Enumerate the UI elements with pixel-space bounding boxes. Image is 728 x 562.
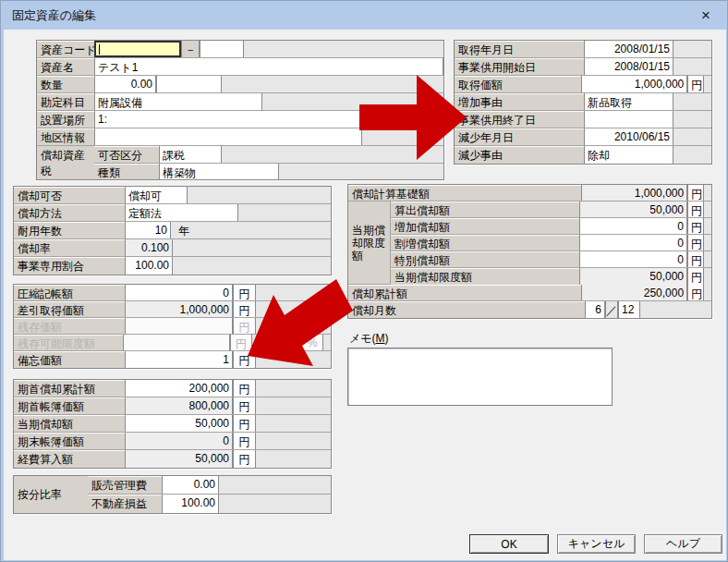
help-button[interactable]: ヘルプ bbox=[644, 534, 722, 554]
residual-limit-label: 残存可能限度額 bbox=[14, 335, 123, 350]
asset-tax-label: 償却資産税 bbox=[37, 146, 94, 180]
quantity-unit-input[interactable] bbox=[156, 76, 222, 92]
district-input[interactable] bbox=[94, 128, 362, 145]
increased-dep-input[interactable]: 0 bbox=[579, 218, 687, 234]
decrease-reason-label: 減少事由 bbox=[455, 146, 584, 164]
current-dep-label: 当期償却額 bbox=[14, 415, 125, 432]
expense-amount-label: 経費算入額 bbox=[14, 450, 125, 468]
residual-limit-field bbox=[123, 335, 229, 350]
row-service-end-date: 事業供用終了日 bbox=[455, 111, 711, 128]
location-label: 設置場所 bbox=[37, 111, 94, 128]
quantity-label: 数量 bbox=[37, 76, 94, 92]
row-location: 設置場所 1: bbox=[37, 111, 443, 128]
row-calculated-dep: 算出償却額 50,000 円 bbox=[391, 202, 711, 218]
memorandum-value-label: 備忘価額 bbox=[14, 351, 125, 368]
service-start-input[interactable]: 2008/01/15 bbox=[584, 58, 673, 75]
tax-type-input[interactable]: 構築物 bbox=[159, 164, 279, 180]
end-book-value-field: 0 bbox=[125, 433, 233, 449]
accum-dep-value: 250,000 bbox=[581, 285, 687, 300]
special-dep-unit: 円 bbox=[687, 251, 704, 267]
depreciable-label: 償却可否 bbox=[14, 187, 125, 203]
service-start-label: 事業供用開始日 bbox=[455, 58, 584, 75]
row-tax-class: 可否区分 課税 bbox=[94, 146, 443, 164]
row-asset-code: 資産コード － bbox=[37, 41, 443, 58]
realestate-pl-input[interactable]: 100.00 bbox=[162, 495, 219, 513]
residual-value-field bbox=[125, 318, 233, 334]
acquire-date-input[interactable]: 2008/01/15 bbox=[584, 41, 673, 57]
text-caret bbox=[99, 44, 100, 55]
row-decrease-date: 減少年月日 2010/06/15 bbox=[455, 128, 711, 146]
asset-name-input[interactable]: テスト1 bbox=[94, 58, 443, 75]
dep-months-label: 償却月数 bbox=[348, 301, 585, 318]
close-icon[interactable]: × bbox=[696, 6, 716, 26]
ok-button[interactable]: OK bbox=[469, 534, 549, 554]
calculated-dep-label: 算出償却額 bbox=[391, 202, 579, 217]
row-residual-limit: 残存可能限度額 円 % bbox=[14, 335, 331, 351]
acquire-price-input[interactable]: 1,000,000 bbox=[581, 76, 687, 92]
row-account: 勘定科目 附属設備 bbox=[37, 93, 443, 111]
dep-months-separator: ／ bbox=[605, 301, 618, 318]
residual-limit-percent-unit: % bbox=[301, 335, 323, 350]
residual-value-label: 残存価額 bbox=[14, 318, 125, 334]
tax-class-label: 可否区分 bbox=[94, 146, 159, 163]
begin-accum-dep-input[interactable]: 200,000 bbox=[125, 380, 233, 397]
row-dep-months: 償却月数 6 ／ 12 bbox=[348, 301, 711, 318]
dep-months-numerator[interactable]: 6 bbox=[585, 301, 605, 318]
asset-code-label: 資産コード bbox=[37, 41, 94, 57]
memorandum-value-input[interactable]: 1 bbox=[125, 351, 233, 368]
row-expense-amount: 経費算入額 50,000 円 bbox=[14, 450, 331, 468]
increase-reason-label: 増加事由 bbox=[455, 93, 584, 110]
ratio-label: 按分比率 bbox=[14, 476, 88, 513]
depreciation-settings-section: 償却可否 償却可 償却方法 定額法 耐用年数 10 年 償却率 0.100 事業… bbox=[13, 186, 332, 275]
row-acquire-date: 取得年月日 2008/01/15 bbox=[455, 41, 711, 58]
calc-base-unit: 円 bbox=[687, 185, 704, 201]
location-input[interactable]: 1: bbox=[94, 111, 360, 128]
sales-admin-label: 販売管理費 bbox=[88, 476, 162, 494]
accum-dep-label: 償却累計額 bbox=[348, 285, 581, 300]
depreciable-input[interactable]: 償却可 bbox=[125, 187, 188, 203]
service-end-input[interactable] bbox=[584, 111, 673, 128]
memorandum-value-unit: 円 bbox=[233, 351, 256, 368]
decrease-date-input[interactable]: 2010/06/15 bbox=[584, 128, 673, 145]
special-dep-input[interactable]: 0 bbox=[579, 251, 687, 267]
row-increased-dep: 増加償却額 0 円 bbox=[391, 218, 711, 235]
row-sales-admin: 販売管理費 0.00 bbox=[88, 476, 331, 495]
compressed-amount-label: 圧縮記帳額 bbox=[14, 285, 125, 300]
row-dep-limit-group: 当期償却限度額 算出償却額 50,000 円 増加償却額 0 円 割増償却額 0 bbox=[348, 202, 711, 285]
end-book-value-unit: 円 bbox=[233, 433, 256, 449]
premium-dep-input[interactable]: 0 bbox=[579, 235, 687, 250]
row-business-ratio: 事業専用割合 100.00 bbox=[14, 257, 331, 275]
dep-limit-total-value: 50,000 bbox=[579, 268, 687, 285]
asset-code-separator: － bbox=[181, 41, 200, 57]
sales-admin-input[interactable]: 0.00 bbox=[162, 476, 219, 494]
compressed-amount-input[interactable]: 0 bbox=[125, 285, 233, 300]
begin-book-value-field: 800,000 bbox=[125, 397, 233, 414]
asset-code-sub-input[interactable] bbox=[200, 41, 244, 57]
row-quantity: 数量 0.00 bbox=[37, 76, 443, 93]
increase-reason-input[interactable]: 新品取得 bbox=[584, 93, 673, 110]
dep-months-denominator[interactable]: 12 bbox=[618, 301, 640, 318]
row-depreciable: 償却可否 償却可 bbox=[14, 187, 331, 204]
dep-calc-section: 償却計算基礎額 1,000,000 円 当期償却限度額 算出償却額 50,000… bbox=[347, 184, 712, 319]
business-ratio-input[interactable]: 100.00 bbox=[125, 257, 173, 275]
memo-textarea[interactable] bbox=[347, 348, 613, 406]
book-values-section: 期首償却累計額 200,000 円 期首帳簿価額 800,000 円 当期償却額… bbox=[13, 379, 332, 469]
useful-life-input[interactable]: 10 bbox=[125, 222, 171, 238]
tax-class-input[interactable]: 課税 bbox=[159, 146, 222, 163]
cancel-button[interactable]: キャンセル bbox=[557, 534, 636, 554]
decrease-reason-input[interactable]: 除却 bbox=[584, 146, 673, 164]
begin-accum-dep-unit: 円 bbox=[233, 380, 256, 397]
row-dep-limit-total: 当期償却限度額 50,000 円 bbox=[391, 268, 711, 285]
current-dep-input[interactable]: 50,000 bbox=[125, 415, 233, 432]
method-input[interactable]: 定額法 bbox=[125, 204, 238, 221]
begin-accum-dep-label: 期首償却累計額 bbox=[14, 380, 125, 397]
net-acquire-price-label: 差引取得価額 bbox=[14, 301, 125, 317]
asset-code-input[interactable] bbox=[94, 41, 181, 57]
row-begin-accum-dep: 期首償却累計額 200,000 円 bbox=[14, 380, 331, 397]
memo-label: メモ(M) bbox=[349, 331, 389, 347]
premium-dep-label: 割増償却額 bbox=[391, 235, 579, 250]
row-accum-dep: 償却累計額 250,000 円 bbox=[348, 285, 711, 301]
quantity-input[interactable]: 0.00 bbox=[94, 76, 156, 92]
account-input[interactable]: 附属設備 bbox=[94, 93, 262, 110]
row-current-dep: 当期償却額 50,000 円 bbox=[14, 415, 331, 433]
